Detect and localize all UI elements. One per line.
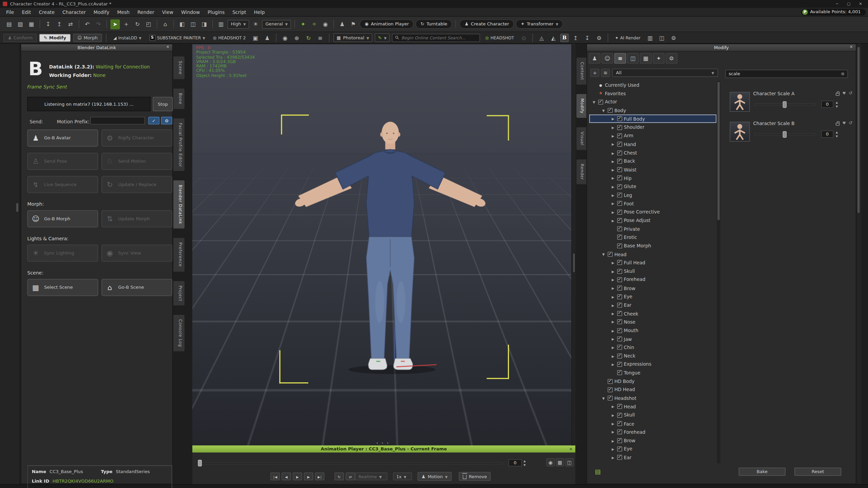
timeline-track[interactable] (199, 463, 503, 464)
animation-player-bar[interactable]: Animation Player : CC3_Base_Plus - Curre… (192, 445, 575, 452)
splitter-handle[interactable] (573, 253, 575, 272)
import-character-icon[interactable]: ↧ (583, 33, 592, 42)
close-icon[interactable]: ✕ (165, 45, 171, 49)
tree-item-currently-used[interactable]: ●Currently Used (589, 81, 716, 89)
tab-console-log[interactable]: Console Log (173, 314, 185, 352)
checkbox[interactable] (617, 286, 622, 291)
new-file-icon[interactable]: ▤ (4, 19, 14, 29)
category-dropdown[interactable]: All ▼ (612, 68, 718, 77)
redo-icon[interactable]: ↷ (94, 19, 103, 29)
skin-weight-icon[interactable]: ◭ (549, 33, 558, 42)
photoreal-dropdown[interactable]: ▦ Photoreal ▼ (333, 33, 372, 42)
expand-icon[interactable]: ▶ (610, 185, 615, 188)
tree-item-full-body[interactable]: ▶Full Body (589, 115, 716, 123)
expand-icon[interactable]: ▶ (610, 320, 615, 324)
checkbox[interactable] (617, 184, 622, 189)
viewport-3d[interactable]: FPS : 0 Project Triangle : 53954Selected… (192, 44, 575, 446)
collapse-icon[interactable]: ▼ (601, 396, 606, 400)
timeline-playhead[interactable] (198, 460, 202, 467)
menu-window[interactable]: Window (177, 8, 204, 16)
tab-content[interactable]: Content (576, 57, 586, 85)
tab-facial-profile-editor[interactable]: Facial Profile Editor (173, 118, 185, 172)
tab-render[interactable]: Render (576, 159, 586, 185)
checkbox[interactable] (617, 226, 622, 231)
tree-item-full-head[interactable]: ▶Full Head (589, 259, 716, 267)
ab-range-button[interactable]: ⇄ (346, 472, 355, 480)
reset-button[interactable]: Reset (794, 468, 841, 476)
move-tool-icon[interactable]: + (121, 19, 131, 29)
profile-icon[interactable]: ♟ (262, 33, 272, 42)
go-b-morph-button[interactable]: ☺Go-B Morph (27, 210, 98, 227)
checkbox[interactable] (598, 99, 603, 104)
dock-collapse-handle[interactable] (16, 203, 19, 212)
minimize-button[interactable]: ─ (832, 1, 842, 7)
tree-item-forehead[interactable]: ▶Forehead (589, 428, 716, 436)
flag-icon[interactable]: ⚑ (349, 19, 358, 29)
menu-edit[interactable]: Edit (18, 8, 35, 16)
speed-dropdown[interactable]: 1x ▼ (393, 472, 412, 480)
render-image-icon[interactable]: ◉ (280, 33, 290, 42)
expand-icon[interactable]: ▶ (610, 455, 615, 459)
align-left-icon[interactable]: ◧ (177, 19, 187, 29)
scrollbar-thumb[interactable] (857, 47, 860, 213)
menu-character[interactable]: Character (59, 8, 90, 16)
expand-icon[interactable]: ▶ (610, 193, 615, 197)
tree-item-ear[interactable]: ▶Ear (589, 453, 716, 462)
close-icon[interactable]: ✕ (848, 45, 854, 49)
ai-render-button[interactable]: ✦ AI Render (612, 34, 643, 42)
bake-button[interactable]: Bake (739, 468, 786, 476)
lock-icon[interactable] (836, 93, 840, 96)
checkbox[interactable] (617, 413, 622, 418)
add-morph-button[interactable]: + (590, 68, 599, 77)
loop-button[interactable]: ↻ (335, 472, 344, 480)
go-b-avatar-button[interactable]: ♟Go-B Avatar (27, 129, 98, 147)
expand-icon[interactable]: ▶ (610, 405, 615, 408)
tree-item-skull[interactable]: ▶Skull (589, 267, 716, 276)
checkbox[interactable] (617, 311, 622, 316)
scrollbar-thumb[interactable] (717, 82, 720, 220)
expand-icon[interactable]: ▶ (610, 439, 615, 442)
checkbox[interactable] (617, 370, 622, 375)
checkbox[interactable] (617, 328, 622, 333)
gizmo-local-icon[interactable]: ✧ (310, 19, 319, 29)
confirm-prefix-button[interactable]: ✓ (148, 117, 159, 124)
panel-scrollbar[interactable] (857, 44, 861, 484)
expand-icon[interactable]: ▶ (610, 261, 615, 265)
tab-bone[interactable]: Bone (173, 88, 185, 109)
detail-list-icon[interactable]: ≡ (315, 33, 325, 42)
go-b-scene-button[interactable]: ⌂Go-B Scene (101, 279, 172, 296)
tree-item-foot[interactable]: ▶Foot (589, 199, 716, 208)
close-icon[interactable]: ✕ (569, 447, 573, 451)
expand-icon[interactable]: ▶ (610, 286, 615, 290)
cloth-icon[interactable]: ◫ (627, 53, 639, 64)
collapse-icon[interactable]: ▼ (601, 108, 606, 112)
transfer-icon[interactable]: ⇄ (66, 19, 75, 29)
tab-project[interactable]: Project (173, 280, 185, 306)
expand-icon[interactable]: ▶ (610, 159, 615, 163)
tree-item-chest[interactable]: ▶Chest (589, 148, 716, 157)
filter-icon[interactable]: ≋ (601, 68, 610, 77)
select-tool-icon[interactable]: ➤ (111, 19, 120, 29)
tree-item-mouth[interactable]: ▶Mouth (589, 326, 716, 335)
favorite-icon[interactable]: ♥ (842, 121, 846, 125)
tree-item-nose[interactable]: ▶Nose (589, 318, 716, 326)
checked-items-icon[interactable]: ▤ (595, 468, 600, 475)
expand-icon[interactable]: ▶ (610, 337, 615, 341)
gizmo-snap-icon[interactable]: ✦ (298, 19, 308, 29)
splitter-dots[interactable]: • • • (376, 441, 390, 445)
content-search-box[interactable]: ⚲ (392, 34, 480, 42)
tree-item-actor[interactable]: ▼Actor (589, 98, 716, 106)
expand-icon[interactable]: ▶ (610, 303, 615, 307)
slider-value[interactable]: 0 (821, 101, 833, 108)
tree-item-arm[interactable]: ▶Arm (589, 131, 716, 140)
slider-track[interactable] (754, 133, 816, 135)
export-icon[interactable]: ↥ (55, 19, 64, 29)
morph-thumbnail[interactable] (730, 92, 750, 112)
expand-icon[interactable]: ▶ (610, 328, 615, 332)
viewport-splitter[interactable] (571, 44, 575, 446)
tree-item-eye[interactable]: ▶Eye (589, 292, 716, 301)
tree-item-face[interactable]: ▶Face (589, 419, 716, 428)
prev-frame-button[interactable]: ◀ (281, 472, 291, 480)
checkbox[interactable] (617, 455, 622, 460)
substance-painter-dropdown[interactable]: S SUBSTANCE PAINTER ▼ (146, 34, 208, 42)
